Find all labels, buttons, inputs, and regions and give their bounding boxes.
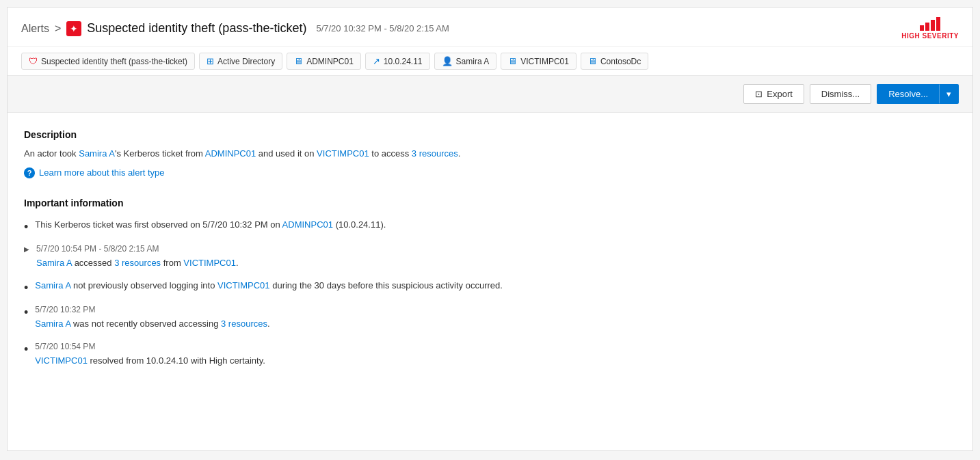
computer-icon-admin: 🖥 xyxy=(294,56,303,66)
tag-ip-label: 10.0.24.11 xyxy=(384,57,423,66)
list-item-content: 5/7/20 10:54 PM - 5/8/20 2:15 AM Samira … xyxy=(36,243,239,270)
shield-icon: 🛡 xyxy=(29,56,38,66)
dismiss-button[interactable]: Dismiss... xyxy=(810,84,871,104)
severity-bar-4 xyxy=(936,17,940,31)
severity-bar-3 xyxy=(931,20,935,31)
help-icon: ? xyxy=(24,167,35,178)
tag-adminpc01-label: ADMINPC01 xyxy=(306,57,354,66)
item1-text: This Kerberos ticket was first observed … xyxy=(35,218,386,232)
item5-victimpc01-link[interactable]: VICTIMPC01 xyxy=(35,355,88,366)
breadcrumb-alerts[interactable]: Alerts xyxy=(21,23,49,35)
item1-before: This Kerberos ticket was first observed … xyxy=(35,219,282,230)
dismiss-label: Dismiss... xyxy=(821,89,860,99)
item5-timestamp: 5/7/20 10:54 PM xyxy=(35,340,265,353)
item3-text: Samira A not previously observed logging… xyxy=(35,279,503,293)
tag-adminpc01[interactable]: 🖥 ADMINPC01 xyxy=(287,53,361,70)
item3-samira-link[interactable]: Samira A xyxy=(35,280,70,290)
severity-bar-2 xyxy=(925,23,929,31)
tag-victimpc01-label: VICTIMPC01 xyxy=(520,57,569,66)
alert-title: Suspected identity theft (pass-the-ticke… xyxy=(87,21,306,36)
list-item: ▶ 5/7/20 10:54 PM - 5/8/20 2:15 AM Samir… xyxy=(24,243,956,270)
item2-victimpc01-link[interactable]: VICTIMPC01 xyxy=(183,258,236,268)
tag-identity-theft[interactable]: 🛡 Suspected identity theft (pass-the-tic… xyxy=(21,53,195,70)
bullet-dot-icon: • xyxy=(24,221,28,233)
desc-access-text: to access xyxy=(369,148,412,159)
item3-middle: not previously observed logging into xyxy=(70,280,217,290)
list-item: • 5/7/20 10:32 PM Samira A was not recen… xyxy=(24,303,956,331)
list-item: • Samira A not previously observed loggi… xyxy=(24,279,956,294)
important-section: Important information • This Kerberos ti… xyxy=(24,198,956,368)
alert-time: 5/7/20 10:32 PM - 5/8/20 2:15 AM xyxy=(316,23,449,33)
computer-icon-victim: 🖥 xyxy=(508,56,517,66)
item2-samira-link[interactable]: Samira A xyxy=(36,258,72,268)
desc-resources-link[interactable]: 3 resources xyxy=(412,148,458,159)
resolve-button[interactable]: Resolve... xyxy=(877,84,939,104)
tag-identity-theft-label: Suspected identity theft (pass-the-ticke… xyxy=(41,57,187,66)
list-item: • This Kerberos ticket was first observe… xyxy=(24,218,956,233)
tag-samira-label: Samira A xyxy=(456,57,490,66)
windows-icon: ⊞ xyxy=(207,56,214,66)
page-header: Alerts > ✦ Suspected identity theft (pas… xyxy=(8,8,972,47)
description-section: Description An actor took Samira A's Ker… xyxy=(24,129,956,178)
triangle-expand-icon[interactable]: ▶ xyxy=(24,246,29,253)
learn-more-link[interactable]: ? Learn more about this alert type xyxy=(24,167,956,178)
item4-middle: was not recently observed accessing xyxy=(70,319,221,329)
desc-adminpc01-link[interactable]: ADMINPC01 xyxy=(205,148,256,159)
item2-from: from xyxy=(161,258,183,268)
desc-samira-link[interactable]: Samira A xyxy=(79,148,115,159)
computer-icon-contoso: 🖥 xyxy=(588,56,597,66)
list-item-content: 5/7/20 10:54 PM VICTIMPC01 resolved from… xyxy=(35,340,265,368)
star-icon: ✦ xyxy=(70,23,78,34)
description-title: Description xyxy=(24,129,956,140)
list-item-content: This Kerberos ticket was first observed … xyxy=(35,218,386,232)
item4-samira-link[interactable]: Samira A xyxy=(35,319,70,329)
export-label: Export xyxy=(767,89,793,99)
item2-end: . xyxy=(236,258,239,268)
item2-middle: accessed xyxy=(72,258,114,268)
link-icon: ↗ xyxy=(373,56,380,66)
list-item: • 5/7/20 10:54 PM VICTIMPC01 resolved fr… xyxy=(24,340,956,368)
export-icon: ⊡ xyxy=(755,89,763,99)
resolve-dropdown-button[interactable]: ▾ xyxy=(939,84,959,104)
tag-active-directory[interactable]: ⊞ Active Directory xyxy=(199,53,282,70)
severity-bars xyxy=(920,17,940,31)
content-area: Description An actor took Samira A's Ker… xyxy=(8,113,972,381)
tag-samira[interactable]: 👤 Samira A xyxy=(434,53,497,70)
item4-timestamp: 5/7/20 10:32 PM xyxy=(35,303,269,316)
item2-text: Samira A accessed 3 resources from VICTI… xyxy=(36,256,239,270)
user-icon: 👤 xyxy=(442,56,453,66)
item1-adminpc01-link[interactable]: ADMINPC01 xyxy=(282,219,333,230)
item3-victimpc01-link[interactable]: VICTIMPC01 xyxy=(217,280,270,290)
bullet-dot-icon: • xyxy=(24,306,28,319)
severity-bar-1 xyxy=(920,25,924,31)
list-item-content: 5/7/20 10:32 PM Samira A was not recentl… xyxy=(35,303,269,331)
severity-badge: HIGH SEVERITY xyxy=(901,17,959,40)
item5-text: VICTIMPC01 resolved from 10.0.24.10 with… xyxy=(35,354,265,368)
desc-text-before: An actor took xyxy=(24,148,79,159)
desc-victimpc01-link[interactable]: VICTIMPC01 xyxy=(317,148,369,159)
item3-after: during the 30 days before this suspiciou… xyxy=(270,280,503,290)
toolbar: ⊡ Export Dismiss... Resolve... ▾ xyxy=(8,76,972,113)
main-container: Alerts > ✦ Suspected identity theft (pas… xyxy=(7,7,973,451)
tag-contosodc[interactable]: 🖥 ContosoDc xyxy=(581,53,648,70)
item2-resources-link[interactable]: 3 resources xyxy=(114,258,161,268)
export-button[interactable]: ⊡ Export xyxy=(743,84,804,104)
item4-resources-link[interactable]: 3 resources xyxy=(221,319,267,329)
tag-ip[interactable]: ↗ 10.0.24.11 xyxy=(365,53,430,70)
item5-middle: resolved from 10.0.24.10 with High certa… xyxy=(88,355,265,366)
alert-severity-icon: ✦ xyxy=(66,21,81,36)
bullet-dot-icon: • xyxy=(24,343,28,355)
item1-after: (10.0.24.11). xyxy=(333,219,386,230)
important-list: • This Kerberos ticket was first observe… xyxy=(24,218,956,368)
item2-timestamp: 5/7/20 10:54 PM - 5/8/20 2:15 AM xyxy=(36,243,239,255)
important-title: Important information xyxy=(24,198,956,208)
severity-label: HIGH SEVERITY xyxy=(901,32,959,40)
desc-end-text: . xyxy=(458,148,461,159)
description-body: An actor took Samira A's Kerberos ticket… xyxy=(24,147,956,161)
chevron-down-icon: ▾ xyxy=(946,89,951,99)
bullet-dot-icon: • xyxy=(24,282,28,294)
desc-kerberos-text: 's Kerberos ticket from xyxy=(115,148,205,159)
desc-used-text: and used it on xyxy=(256,148,317,159)
list-item-content: Samira A not previously observed logging… xyxy=(35,279,503,293)
tag-victimpc01[interactable]: 🖥 VICTIMPC01 xyxy=(501,53,577,70)
